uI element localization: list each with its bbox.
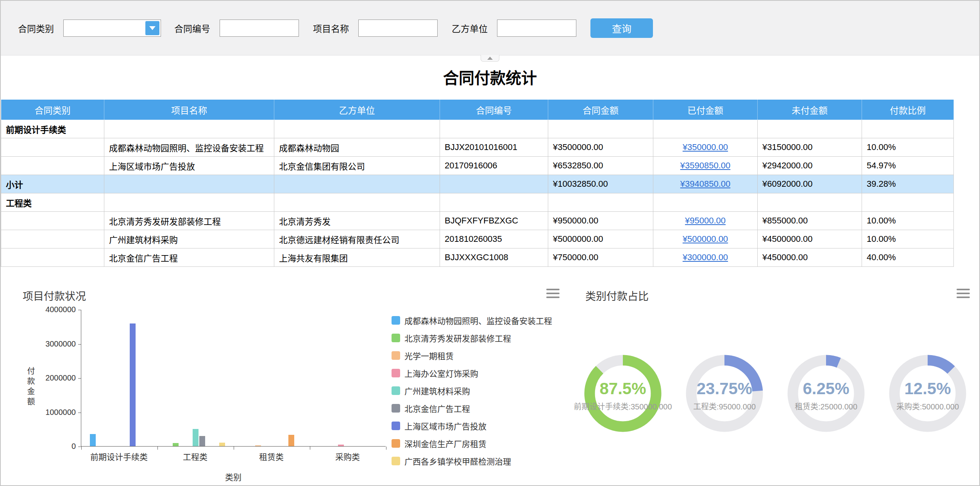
table-cell [862, 120, 954, 138]
table-cell: ¥6092000.00 [758, 175, 862, 193]
table-cell: ¥3150000.00 [758, 138, 862, 157]
bar [199, 436, 205, 446]
category-cell: 小计 [1, 175, 104, 193]
paid-amount-link[interactable]: ¥500000.00 [683, 234, 728, 244]
collapse-panel-handle[interactable] [481, 55, 499, 62]
legend-item[interactable]: 北京金信广告工程 [392, 402, 552, 414]
table-cell: BJJX20101016001 [440, 138, 548, 157]
legend-swatch-icon [392, 404, 400, 413]
legend-item[interactable]: 深圳金信生产厂房租赁 [392, 438, 552, 449]
contract-no-input[interactable] [220, 20, 299, 37]
x-category-label: 采购类 [309, 450, 386, 462]
table-category-row: 工程类 [1, 193, 954, 212]
table-cell [104, 193, 274, 212]
legend-item[interactable]: 成都森林动物园照明、监控设备安装工程 [392, 314, 552, 326]
category-cell [1, 157, 104, 175]
y-tick-label: 0 [1, 442, 76, 451]
table-cell: 北京清芳秀发 [274, 212, 440, 230]
table-cell [862, 193, 954, 212]
paid-amount-link[interactable]: ¥3940850.00 [680, 179, 730, 189]
table-category-row: 前期设计手续类 [1, 120, 954, 138]
legend-label: 广西各乡镇学校甲醛检测治理 [404, 455, 511, 467]
legend-swatch-icon [392, 439, 400, 448]
paid-amount-cell: ¥500000.00 [653, 230, 758, 248]
table-header-cell: 未付金额 [758, 100, 862, 120]
contract-no-label: 合同编号 [174, 21, 210, 35]
table-row: 上海区域市场广告投放北京金信集团有限公司20170916006¥6532850.… [1, 157, 954, 175]
paid-amount-link[interactable]: ¥3590850.00 [680, 161, 730, 170]
legend-item[interactable]: 光学一期租赁 [392, 350, 552, 361]
donuts-row: 87.5%前期设计手续类:350000.00023.75%工程类:95000.0… [584, 354, 967, 432]
party-b-input[interactable] [497, 20, 576, 37]
chevron-up-icon [487, 57, 493, 60]
bar-cluster [81, 310, 157, 446]
bar [173, 443, 179, 446]
y-tick-mark [78, 413, 81, 413]
bar-plot [81, 310, 386, 447]
bar-cluster [309, 310, 386, 446]
x-tick-mark [157, 447, 158, 450]
paid-amount-link[interactable]: ¥95000.00 [685, 216, 726, 225]
donut-chart-title: 类别付款占比 [585, 288, 649, 303]
legend-label: 北京清芳秀发研发部装修工程 [404, 332, 511, 344]
table-cell: ¥950000.00 [548, 212, 653, 230]
legend-item[interactable]: 上海区域市场广告投放 [392, 420, 552, 432]
table-header-cell: 合同金额 [548, 100, 653, 120]
menu-icon[interactable] [957, 289, 970, 300]
filter-bar: 合同类别 合同编号 项目名称 乙方单位 查询 [1, 1, 979, 55]
table-header-cell: 已付金额 [653, 100, 758, 120]
table-header-cell: 付款比例 [862, 100, 954, 120]
legend-swatch-icon [392, 457, 400, 465]
query-button[interactable]: 查询 [590, 18, 653, 38]
table-header-cell: 项目名称 [104, 100, 274, 120]
legend-item[interactable]: 北京清芳秀发研发部装修工程 [392, 332, 552, 344]
x-axis-categories: 前期设计手续类工程类租赁类采购类 [81, 450, 386, 462]
donut-label: 租赁类:25000.000 [795, 400, 857, 412]
legend-item[interactable]: 广州建筑材料采购 [392, 385, 552, 397]
y-tick-label: 2000000 [1, 373, 76, 382]
table-cell [440, 193, 548, 212]
menu-icon[interactable] [546, 289, 560, 300]
category-cell [1, 248, 104, 267]
paid-amount-link[interactable]: ¥350000.00 [683, 142, 728, 152]
legend-label: 深圳金信生产厂房租赁 [404, 438, 486, 449]
table-row: 北京金信广告工程上海共友有限集团BJJXXXGC1008¥750000.00¥3… [1, 248, 954, 267]
legend-item[interactable]: 广西各乡镇学校甲醛检测治理 [392, 455, 552, 467]
table-cell: BJJXXXGC1008 [440, 248, 548, 267]
table-cell: 成都森林动物园照明、监控设备安装工程 [104, 138, 274, 157]
table-cell: ¥2942000.00 [758, 157, 862, 175]
bar [193, 429, 199, 446]
x-tick-mark [81, 447, 82, 450]
donut-percent: 6.25% [787, 379, 865, 398]
table-subtotal-row: 小计¥10032850.00¥3940850.00¥6092000.0039.2… [1, 175, 954, 193]
table-cell: 北京金信集团有限公司 [274, 157, 440, 175]
table-cell [440, 175, 548, 193]
table-cell: 10.00% [862, 138, 954, 157]
table-cell: ¥4500000.00 [758, 230, 862, 248]
table-cell [440, 120, 548, 138]
legend-item[interactable]: 上海办公室灯饰采购 [392, 367, 552, 379]
legend-swatch-icon [392, 351, 400, 360]
project-name-input[interactable] [358, 20, 438, 37]
table-cell: 201810260035 [440, 230, 548, 248]
bar [130, 323, 136, 446]
paid-amount-cell [653, 120, 758, 138]
table-header-cell: 合同类别 [1, 100, 104, 120]
legend-label: 成都森林动物园照明、监控设备安装工程 [404, 314, 552, 326]
chevron-down-icon[interactable] [145, 21, 159, 35]
table-cell: ¥5000000.00 [548, 230, 653, 248]
paid-amount-link[interactable]: ¥300000.00 [683, 252, 728, 262]
x-category-label: 工程类 [157, 450, 233, 462]
donut-gauge: 6.25%租赁类:25000.000 [787, 354, 865, 432]
table-cell: 成都森林动物园 [274, 138, 440, 157]
x-category-label: 租赁类 [233, 450, 309, 462]
project-name-label: 项目名称 [313, 21, 349, 35]
contract-type-label: 合同类别 [18, 21, 54, 35]
table-cell [758, 193, 862, 212]
table-cell: 北京德远建材经销有限责任公司 [274, 230, 440, 248]
table-header-cell: 乙方单位 [274, 100, 440, 120]
contract-type-select[interactable] [63, 20, 161, 37]
bar [338, 445, 344, 446]
y-tick-mark [78, 447, 81, 447]
donut-gauge: 87.5%前期设计手续类:350000.000 [584, 354, 662, 432]
